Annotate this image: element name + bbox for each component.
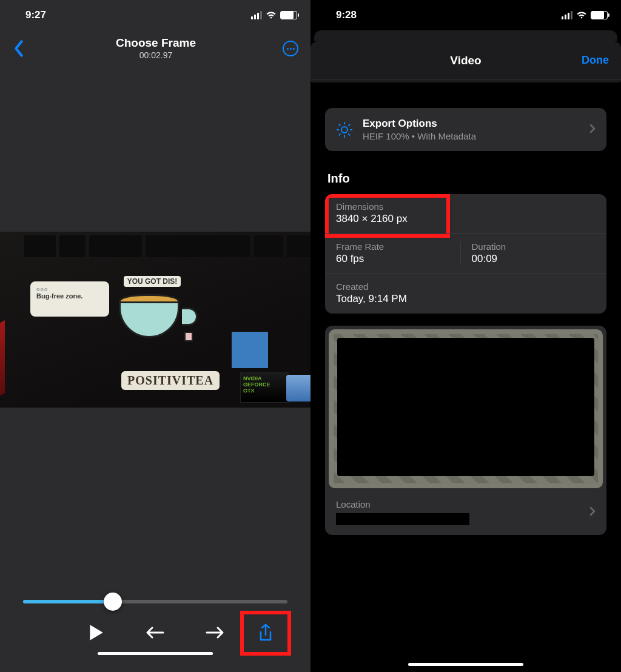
- play-button[interactable]: [85, 622, 107, 643]
- sticker-blue-badge: [232, 332, 268, 368]
- svg-line-5: [339, 124, 341, 126]
- nav-subtitle: 00:02.97: [29, 50, 283, 61]
- export-title: Export Options: [363, 118, 580, 130]
- status-icons: [562, 11, 608, 19]
- dimensions-label: Dimensions: [336, 201, 596, 212]
- framerate-label: Frame Rate: [336, 241, 460, 252]
- info-card: Dimensions 3840 × 2160 px Frame Rate 60 …: [325, 194, 606, 314]
- info-section-header: Info: [327, 172, 604, 186]
- home-indicator[interactable]: [98, 652, 213, 655]
- battery-icon: [280, 11, 297, 19]
- done-button[interactable]: Done: [582, 54, 609, 67]
- sticker-cup: YOU GOT DIS!: [119, 275, 186, 338]
- phone-choose-frame: 9:27 Choose Frame 00:02.97 ooo Bug-fr: [0, 0, 310, 672]
- dimensions-value: 3840 × 2160 px: [336, 213, 596, 225]
- gear-icon: [336, 121, 353, 138]
- nav-title-block: Choose Frame 00:02.97: [29, 36, 283, 61]
- location-row[interactable]: Location: [325, 492, 606, 535]
- next-frame-button[interactable]: [204, 622, 226, 643]
- video-frame-preview[interactable]: ooo Bug-free zone. YOU GOT DIS! POSITIVI…: [0, 232, 310, 408]
- info-row-created: Created Today, 9:14 PM: [325, 274, 606, 314]
- export-options-row[interactable]: Export Options HEIF 100% • With Metadata: [325, 108, 606, 151]
- nav-bar: Choose Frame 00:02.97: [0, 30, 310, 67]
- nav-title: Choose Frame: [29, 36, 283, 50]
- phone-video-info: 9:28 Video Done Export Options HEIF 100%…: [310, 0, 621, 672]
- map-preview[interactable]: [329, 329, 603, 488]
- status-icons: [251, 11, 297, 19]
- sheet-content[interactable]: Export Options HEIF 100% • With Metadata…: [310, 82, 621, 656]
- battery-icon: [591, 11, 608, 19]
- svg-line-6: [348, 133, 350, 135]
- export-subtitle: HEIF 100% • With Metadata: [363, 131, 580, 141]
- share-button[interactable]: [255, 622, 277, 644]
- info-row-duration: Duration 00:09: [460, 241, 596, 265]
- more-button[interactable]: [283, 41, 298, 56]
- svg-line-7: [339, 133, 341, 135]
- info-row-framerate: Frame Rate 60 fps: [336, 241, 471, 265]
- preview-area: ooo Bug-free zone. YOU GOT DIS! POSITIVI…: [0, 67, 310, 582]
- created-label: Created: [336, 281, 596, 292]
- duration-value: 00:09: [472, 253, 596, 265]
- map-card: Location: [325, 326, 606, 535]
- status-time: 9:28: [336, 9, 357, 21]
- wifi-icon: [266, 11, 277, 19]
- highlight-share: [240, 611, 291, 656]
- slider-knob[interactable]: [104, 593, 122, 611]
- created-value: Today, 9:14 PM: [336, 293, 596, 305]
- chevron-right-icon: [589, 124, 596, 136]
- status-bar: 9:28: [310, 0, 621, 30]
- player-controls: [0, 582, 310, 672]
- sheet-background-peek: [314, 30, 617, 41]
- sticker-intel: [286, 375, 310, 402]
- location-label: Location: [336, 499, 581, 509]
- cellular-icon: [251, 11, 262, 19]
- sheet-header: Video Done: [310, 41, 621, 80]
- cellular-icon: [562, 11, 572, 19]
- status-time: 9:27: [25, 9, 46, 21]
- back-button[interactable]: [8, 40, 29, 57]
- wifi-icon: [576, 11, 587, 19]
- svg-point-0: [341, 127, 347, 133]
- sticker-bug-free: ooo Bug-free zone.: [30, 281, 109, 317]
- chevron-right-icon: [589, 506, 596, 519]
- status-bar: 9:27: [0, 0, 310, 30]
- framerate-value: 60 fps: [336, 253, 460, 265]
- duration-label: Duration: [472, 241, 596, 252]
- scrubber-slider[interactable]: [23, 600, 287, 603]
- prev-frame-button[interactable]: [144, 622, 166, 643]
- sheet-title: Video: [450, 54, 481, 67]
- location-redacted: [336, 513, 469, 525]
- svg-line-8: [348, 124, 350, 126]
- sticker-positivitea: POSITIVITEA: [121, 371, 220, 390]
- home-indicator[interactable]: [408, 663, 523, 666]
- sticker-geforce: NVIDIAGEFORCEGTX: [240, 372, 289, 403]
- info-row-dimensions: Dimensions 3840 × 2160 px: [325, 194, 606, 234]
